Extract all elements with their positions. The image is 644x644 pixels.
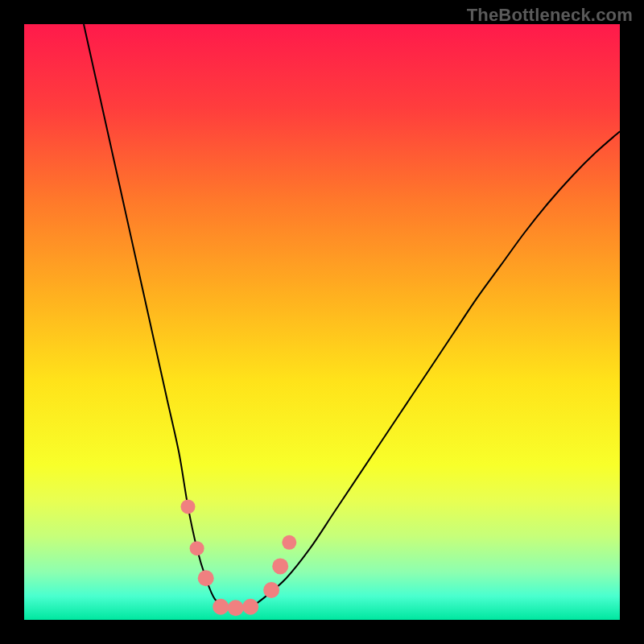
marker-left-cluster-2 — [190, 541, 204, 555]
chart-svg — [24, 24, 620, 620]
marker-group — [181, 499, 297, 616]
outer-frame: TheBottleneck.com — [0, 0, 644, 644]
watermark-text: TheBottleneck.com — [467, 5, 633, 26]
marker-left-cluster-3 — [198, 570, 214, 586]
marker-right-cluster-3 — [282, 535, 296, 550]
marker-bottom-1 — [213, 599, 229, 615]
marker-right-cluster-1 — [263, 582, 279, 598]
marker-right-cluster-2 — [272, 558, 288, 574]
marker-bottom-2 — [228, 600, 244, 616]
bottleneck-curve — [84, 24, 620, 609]
marker-bottom-3 — [242, 599, 258, 615]
marker-left-cluster-1 — [181, 499, 196, 514]
